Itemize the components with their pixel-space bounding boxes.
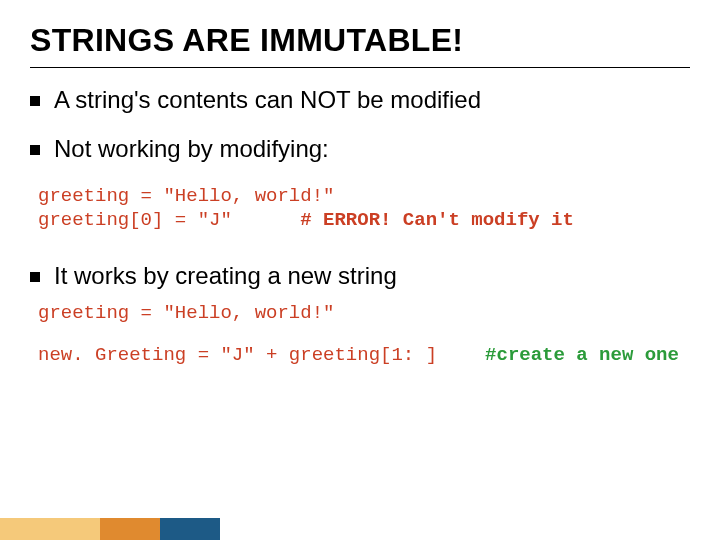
code-error-comment: # ERROR! Can't modify it bbox=[300, 209, 574, 231]
code-block-1: greeting = "Hello, world!" greeting[0] =… bbox=[38, 184, 690, 233]
code-line: greeting = "Hello, world!" bbox=[38, 302, 334, 324]
bullet-3: It works by creating a new string bbox=[30, 262, 690, 291]
bullet-2: Not working by modifying: bbox=[30, 135, 690, 164]
bullet-icon bbox=[30, 145, 40, 155]
bullet-1-text: A string's contents can NOT be modified bbox=[54, 86, 690, 115]
code-line: greeting[0] = "J" bbox=[38, 209, 300, 231]
footer-stripe-tan bbox=[0, 518, 100, 540]
slide-title: STRINGS ARE IMMUTABLE! bbox=[30, 22, 690, 59]
bullet-icon bbox=[30, 272, 40, 282]
code-line: new. Greeting = "J" + greeting[1: ] bbox=[38, 343, 437, 367]
code-comment: #create a new one bbox=[485, 343, 679, 367]
title-rule bbox=[30, 67, 690, 68]
bullet-3-text: It works by creating a new string bbox=[54, 262, 690, 291]
bullet-1: A string's contents can NOT be modified bbox=[30, 86, 690, 115]
bullet-2-text: Not working by modifying: bbox=[54, 135, 690, 164]
code-block-3: new. Greeting = "J" + greeting[1: ] #cre… bbox=[38, 343, 690, 367]
slide: STRINGS ARE IMMUTABLE! A string's conten… bbox=[0, 0, 720, 540]
bullet-icon bbox=[30, 96, 40, 106]
footer-bar bbox=[0, 518, 720, 540]
code-block-2: greeting = "Hello, world!" bbox=[38, 301, 690, 325]
code-line: greeting = "Hello, world!" bbox=[38, 185, 334, 207]
